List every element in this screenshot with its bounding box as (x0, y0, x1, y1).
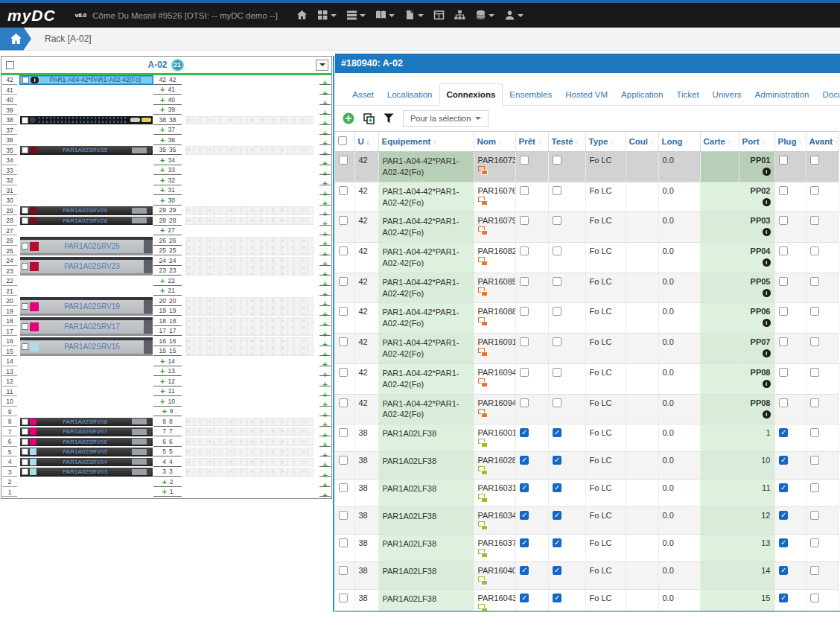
patch-link-icon-orange[interactable] (478, 257, 488, 266)
table-row[interactable]: 38PAR1A02LF38PAR16034Fo LC0.012 (335, 507, 839, 535)
filter-icon[interactable] (384, 113, 394, 124)
teste-checkbox[interactable] (553, 428, 561, 437)
cell-u[interactable]: 42 (354, 334, 378, 364)
device-checkbox[interactable] (22, 323, 28, 330)
rack-device-par1a02srv08[interactable]: PAR1A02SRV08 (20, 418, 153, 427)
pret-checkbox[interactable] (520, 246, 529, 255)
patch-link-icon-green[interactable] (478, 521, 488, 530)
teste-checkbox[interactable] (553, 186, 561, 195)
column-header-u[interactable]: U↓ (354, 132, 378, 152)
plug-checkbox[interactable] (779, 368, 788, 377)
row-checkbox[interactable] (339, 483, 348, 492)
teste-checkbox[interactable] (553, 594, 561, 602)
cell-port[interactable]: PP06i (739, 303, 774, 334)
sort-arrow-icon[interactable]: ↑ (762, 139, 766, 146)
column-header-carte[interactable]: Carte↑ (700, 132, 739, 152)
patch-link-icon-green[interactable] (478, 604, 488, 611)
plug-checkbox[interactable] (779, 337, 788, 346)
add-equipment-icon[interactable]: + (160, 357, 165, 365)
plug-checkbox[interactable] (779, 566, 788, 575)
avant-checkbox[interactable] (810, 483, 819, 492)
rack-device-par1-a04-42*par1-a02-42(fo)[interactable]: iPAR1-A04-42*PAR1-A02-42(Fo) (20, 76, 153, 85)
tab-documents[interactable]: Documents (815, 84, 840, 105)
panel-separator[interactable] (333, 56, 334, 612)
plug-checkbox[interactable] (779, 307, 788, 316)
table-row[interactable]: 38PAR1A02LF38PAR16031Fo LC0.011 (335, 480, 839, 507)
table-row[interactable]: 42PAR1-A04-42*PAR1-A02-42(Fo)PAR16076Fo … (335, 182, 839, 212)
teste-checkbox[interactable] (553, 156, 561, 165)
table-row[interactable]: 38PAR1A02LF38PAR16037Fo LC0.013 (335, 535, 839, 562)
row-checkbox[interactable] (339, 511, 348, 520)
device-checkbox[interactable] (22, 117, 28, 124)
column-header-type[interactable]: Type↑ (585, 132, 626, 152)
info-icon[interactable]: i (763, 198, 771, 206)
selection-actions-dropdown[interactable]: Pour la sélection (403, 110, 489, 127)
column-header-plug[interactable]: Plug↑ (774, 132, 806, 152)
column-header-teste[interactable]: Testé↑ (548, 132, 585, 152)
column-header-pret[interactable]: Prêt↑ (515, 132, 548, 152)
row-checkbox[interactable] (339, 307, 348, 316)
add-equipment-icon[interactable]: + (160, 378, 165, 385)
avant-checkbox[interactable] (810, 216, 819, 225)
plug-checkbox[interactable] (779, 186, 788, 195)
topbar-apps-grid-button[interactable] (315, 10, 339, 21)
column-header-avant[interactable]: Avant↑ (806, 132, 839, 152)
cell-u[interactable]: 42 (354, 303, 378, 334)
topbar-document-button[interactable] (402, 10, 426, 21)
pret-checkbox[interactable] (520, 216, 529, 225)
rack-device-par1a02srv07[interactable]: PAR1A02SRV07 (20, 427, 153, 436)
table-row[interactable]: 42PAR1-A04-42*PAR1-A02-42(Fo)PAR16094Fo … (335, 363, 839, 394)
patch-link-icon-orange[interactable] (478, 317, 488, 326)
row-checkbox[interactable] (339, 216, 348, 225)
sort-arrow-icon[interactable]: ↑ (576, 139, 579, 146)
cell-port[interactable]: 15 (739, 590, 774, 611)
add-equipment-icon[interactable]: + (162, 407, 166, 415)
patch-link-icon-green[interactable] (478, 494, 488, 503)
teste-checkbox[interactable] (553, 368, 561, 377)
plug-checkbox[interactable] (779, 594, 788, 602)
tab-application[interactable]: Application (614, 84, 669, 105)
table-row[interactable]: 38PAR1A02LF38PAR16040Fo LC0.014 (335, 562, 839, 590)
cell-port[interactable]: 11 (739, 480, 774, 507)
cell-u[interactable]: 42 (354, 182, 378, 212)
cell-port[interactable]: 1 (739, 424, 774, 452)
sort-arrow-icon[interactable]: ↑ (538, 139, 541, 146)
cell-port[interactable]: PP02i (739, 182, 774, 212)
sort-arrow-icon[interactable]: ↑ (611, 139, 614, 146)
device-checkbox[interactable] (22, 448, 28, 455)
teste-checkbox[interactable] (553, 456, 561, 465)
cell-port[interactable]: PP01i (739, 152, 774, 182)
avant-checkbox[interactable] (810, 594, 819, 602)
patch-link-icon-orange[interactable] (478, 197, 488, 206)
avant-checkbox[interactable] (810, 511, 819, 520)
info-icon[interactable]: i (763, 289, 771, 297)
cell-u[interactable]: 38 (354, 424, 378, 452)
topbar-table-button[interactable] (431, 10, 447, 21)
cell-u[interactable]: 42 (354, 152, 378, 182)
device-checkbox[interactable] (22, 439, 28, 445)
pret-checkbox[interactable] (520, 398, 529, 407)
teste-checkbox[interactable] (553, 307, 561, 316)
avant-checkbox[interactable] (810, 456, 819, 465)
row-checkbox[interactable] (339, 337, 348, 346)
device-checkbox[interactable] (22, 217, 28, 224)
cell-port[interactable]: PP07i (739, 334, 774, 364)
plug-checkbox[interactable] (779, 156, 788, 165)
add-equipment-icon[interactable]: + (160, 277, 165, 284)
rack-select-all-checkbox[interactable] (6, 61, 14, 69)
pret-checkbox[interactable] (520, 337, 529, 346)
device-checkbox[interactable] (22, 419, 28, 425)
plug-checkbox[interactable] (779, 216, 788, 225)
column-header-coul[interactable]: Coul↑ (626, 132, 658, 152)
info-icon[interactable]: i (763, 168, 771, 176)
row-checkbox[interactable] (339, 538, 348, 547)
pret-checkbox[interactable] (520, 566, 529, 575)
column-header-long[interactable]: Long↑ (658, 132, 700, 152)
info-icon[interactable]: i (31, 76, 39, 84)
rack-options-dropdown[interactable] (316, 60, 328, 71)
topbar-home-button[interactable] (294, 10, 310, 21)
copy-button[interactable] (363, 113, 375, 124)
add-equipment-icon[interactable]: + (160, 226, 165, 234)
cell-port[interactable]: PP04i (739, 243, 774, 273)
pret-checkbox[interactable] (520, 456, 529, 465)
